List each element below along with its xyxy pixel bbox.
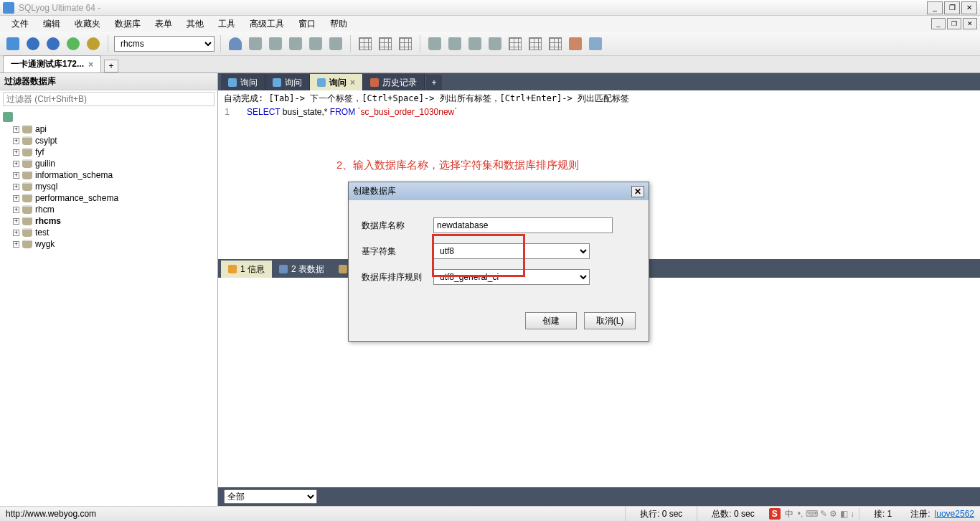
user-button[interactable] bbox=[227, 35, 244, 52]
query-tab-2[interactable]: 询问 bbox=[265, 74, 310, 92]
editor-code[interactable]: SELECT busi_state,* FROM `sc_busi_order_… bbox=[232, 107, 457, 117]
tree-item-mysql[interactable]: +mysql bbox=[3, 181, 215, 192]
autocomplete-button[interactable] bbox=[587, 35, 604, 52]
filter-input[interactable] bbox=[3, 92, 215, 106]
maximize-button[interactable]: ❐ bbox=[944, 1, 960, 14]
result-tab-data[interactable]: 2 表数据 bbox=[272, 260, 331, 278]
expand-icon[interactable]: + bbox=[13, 195, 19, 202]
table-edit-button[interactable] bbox=[377, 35, 394, 52]
result-tab-info[interactable]: 1 信息 bbox=[221, 260, 272, 278]
menu-database[interactable]: 数据库 bbox=[109, 17, 146, 32]
expand-icon[interactable]: + bbox=[13, 126, 19, 133]
reg-user-link[interactable]: luove2562 bbox=[935, 509, 974, 519]
collation-select[interactable]: utf8_general_ci bbox=[433, 269, 590, 285]
expand-icon[interactable]: + bbox=[13, 149, 19, 156]
db-copy-button[interactable] bbox=[267, 35, 284, 52]
query-tab-1[interactable]: 询问 bbox=[221, 74, 265, 92]
result-filter-select[interactable]: 全部 bbox=[224, 489, 317, 504]
tree-item-test[interactable]: +test bbox=[3, 227, 215, 238]
data-sync-button[interactable] bbox=[486, 35, 504, 52]
backup-button[interactable] bbox=[426, 35, 443, 52]
db-import-button[interactable] bbox=[327, 35, 344, 52]
expand-icon[interactable]: + bbox=[13, 184, 19, 190]
menu-window[interactable]: 窗口 bbox=[293, 17, 321, 32]
ime-icon[interactable]: S bbox=[769, 508, 781, 520]
tree-item-fyf[interactable]: +fyf bbox=[3, 146, 215, 158]
minimize-button[interactable]: _ bbox=[927, 1, 943, 14]
expand-icon[interactable]: + bbox=[13, 230, 19, 236]
database-name-input[interactable] bbox=[433, 217, 613, 233]
dialog-close-button[interactable]: ✕ bbox=[631, 186, 644, 197]
create-button[interactable]: 创建 bbox=[525, 312, 577, 329]
result-tab-label: 2 表数据 bbox=[291, 263, 324, 276]
table-index-button[interactable] bbox=[397, 35, 414, 52]
expand-icon[interactable]: + bbox=[13, 241, 19, 248]
run-query-button[interactable] bbox=[24, 35, 42, 52]
child-minimize-button[interactable]: _ bbox=[931, 18, 946, 29]
query-builder-button[interactable] bbox=[527, 35, 544, 52]
expand-icon[interactable]: + bbox=[13, 207, 19, 213]
tree-item-rhcms[interactable]: +rhcms bbox=[3, 215, 215, 227]
status-right: S 中 •, ⌨ ✎ ⚙ ◧ ↓ 接: 1 注册: luove2562 bbox=[769, 508, 974, 520]
menubar: 文件 编辑 收藏夹 数据库 表单 其他 工具 高级工具 窗口 帮助 _ ❐ ✕ bbox=[0, 16, 980, 32]
db-label: test bbox=[35, 227, 49, 238]
tree-item-performance-schema[interactable]: +performance_schema bbox=[3, 192, 215, 204]
tree-item-csylpt[interactable]: +csylpt bbox=[3, 135, 215, 146]
expand-icon[interactable]: + bbox=[13, 161, 19, 167]
db-new-button[interactable] bbox=[247, 35, 264, 52]
menu-edit[interactable]: 编辑 bbox=[37, 17, 66, 32]
tree-item-rhcm[interactable]: +rhcm bbox=[3, 204, 215, 215]
database-icon bbox=[22, 228, 32, 237]
menu-other[interactable]: 其他 bbox=[181, 17, 209, 32]
refresh-button[interactable] bbox=[65, 35, 82, 52]
table-button[interactable] bbox=[357, 35, 374, 52]
child-window-buttons: _ ❐ ✕ bbox=[931, 18, 977, 29]
tree-item-guilin[interactable]: +guilin bbox=[3, 158, 215, 169]
child-close-button[interactable]: ✕ bbox=[963, 18, 977, 29]
expand-icon[interactable]: + bbox=[13, 218, 19, 225]
restore-button[interactable] bbox=[446, 35, 463, 52]
connection-tab[interactable]: 一卡通测试库172... × bbox=[3, 55, 101, 72]
menu-tools[interactable]: 工具 bbox=[212, 17, 241, 32]
backup-icon bbox=[428, 37, 441, 50]
new-connection-button[interactable] bbox=[4, 35, 22, 52]
schema-designer-button[interactable] bbox=[547, 35, 564, 52]
close-tab-icon[interactable]: × bbox=[350, 78, 355, 88]
database-selector[interactable]: rhcms bbox=[114, 36, 215, 52]
menu-file[interactable]: 文件 bbox=[6, 17, 34, 32]
tree-item-api[interactable]: +api bbox=[3, 123, 215, 135]
db-sync-button[interactable] bbox=[287, 35, 304, 52]
result-tab-label: 1 信息 bbox=[240, 263, 265, 276]
tree-item-wygk[interactable]: +wygk bbox=[3, 238, 215, 250]
menu-help[interactable]: 帮助 bbox=[324, 17, 353, 32]
expand-icon[interactable]: + bbox=[13, 138, 19, 144]
tree-root[interactable] bbox=[3, 111, 215, 123]
menu-table[interactable]: 表单 bbox=[149, 17, 178, 32]
table-data-icon bbox=[279, 265, 288, 273]
menu-favorites[interactable]: 收藏夹 bbox=[69, 17, 106, 32]
dialog-titlebar[interactable]: 创建数据库 ✕ bbox=[349, 182, 649, 200]
history-tab[interactable]: 历史记录 bbox=[363, 74, 425, 92]
close-tab-icon[interactable]: × bbox=[88, 60, 93, 70]
database-sync-icon bbox=[289, 37, 302, 50]
close-button[interactable]: ✕ bbox=[961, 1, 977, 14]
schema-sync-button[interactable] bbox=[466, 35, 484, 52]
charset-select[interactable]: utf8 bbox=[433, 243, 590, 259]
expand-icon[interactable]: + bbox=[13, 172, 19, 179]
child-maximize-button[interactable]: ❐ bbox=[947, 18, 961, 29]
collation-label: 数据库排序规则 bbox=[362, 271, 433, 283]
query-tab-3[interactable]: 询问× bbox=[310, 74, 363, 92]
ime-lang[interactable]: 中 bbox=[785, 508, 793, 520]
tree-item-information-schema[interactable]: +information_schema bbox=[3, 169, 215, 181]
stop-button[interactable] bbox=[85, 35, 102, 52]
add-query-tab-button[interactable]: + bbox=[426, 75, 442, 90]
data-sync-icon bbox=[489, 37, 501, 50]
add-connection-button[interactable]: + bbox=[104, 60, 118, 72]
dialog-row-name: 数据库名称 bbox=[362, 217, 636, 233]
run-all-button[interactable] bbox=[44, 35, 62, 52]
db-export-button[interactable] bbox=[307, 35, 324, 52]
format-button[interactable] bbox=[567, 35, 584, 52]
schedule-button[interactable] bbox=[507, 35, 524, 52]
menu-advtools[interactable]: 高级工具 bbox=[244, 17, 290, 32]
cancel-button[interactable]: 取消(L) bbox=[584, 312, 636, 329]
